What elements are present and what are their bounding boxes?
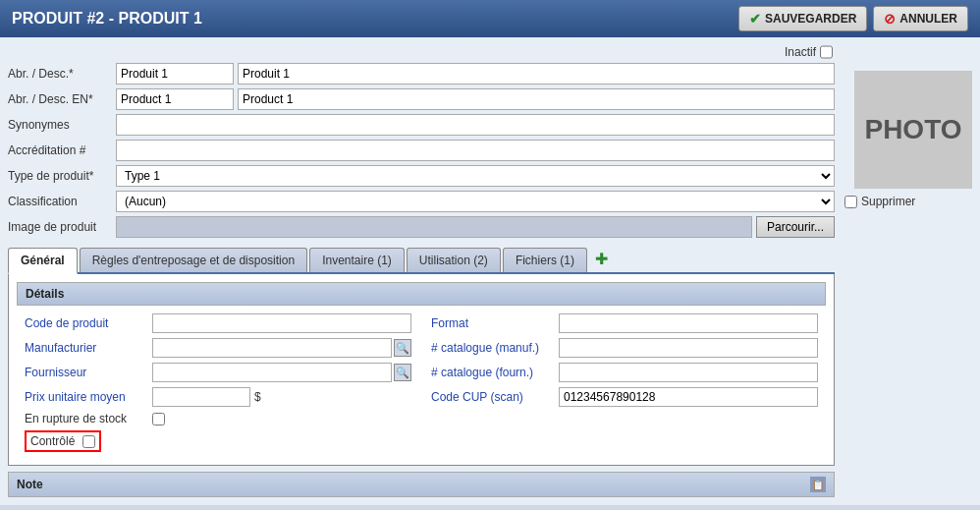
abr-desc-en-input1[interactable] — [116, 88, 234, 110]
image-label: Image de produit — [8, 220, 116, 234]
abr-desc-en-label: Abr. / Desc. EN* — [8, 92, 116, 106]
code-cup-label: Code CUP (scan) — [431, 390, 559, 404]
fournisseur-input[interactable] — [152, 363, 392, 382]
details-grid: Code de produit Manufacturier 🔍 Fourniss… — [17, 313, 826, 457]
catalogue-manuf-input[interactable] — [559, 338, 818, 358]
accreditation-input[interactable] — [116, 140, 835, 161]
prix-row: Prix unitaire moyen $ — [25, 387, 411, 407]
photo-text: PHOTO — [864, 114, 961, 145]
controle-row: Contrôlé — [25, 430, 101, 452]
rupture-row: En rupture de stock — [25, 412, 411, 425]
inactif-label: Inactif — [785, 45, 816, 59]
add-tab-button[interactable]: ✚ — [589, 246, 614, 272]
abr-desc-en-row: Abr. / Desc. EN* — [8, 88, 835, 110]
tab-inventaire[interactable]: Inventaire (1) — [309, 248, 405, 272]
app-header: PRODUIT #2 - PRODUIT 1 ✔ SAUVEGARDER ⊘ A… — [0, 0, 980, 37]
main-content: Inactif Abr. / Desc.* Abr. / Desc. EN* S… — [0, 37, 980, 505]
format-label: Format — [431, 316, 559, 330]
abr-desc-en-inputs — [116, 88, 835, 110]
cancel-button[interactable]: ⊘ ANNULER — [873, 6, 968, 31]
inactif-checkbox[interactable] — [820, 45, 833, 59]
image-row: Image de produit Parcourir... — [8, 216, 835, 238]
rupture-checkbox[interactable] — [152, 413, 165, 425]
image-bar — [116, 216, 752, 238]
controle-checkbox[interactable] — [82, 435, 95, 448]
synonymes-row: Synonymes — [8, 114, 835, 136]
note-label: Note — [17, 478, 43, 491]
photo-area: PHOTO Supprimer — [844, 45, 972, 497]
synonymes-label: Synonymes — [8, 118, 116, 132]
tabs: Général Règles d'entreposage et de dispo… — [8, 246, 835, 274]
classification-label: Classification — [8, 195, 116, 208]
manufacturier-input[interactable] — [152, 338, 392, 358]
accreditation-row: Accréditation # — [8, 140, 835, 161]
type-produit-select[interactable]: Type 1 Type 2 Type 3 — [116, 165, 835, 187]
parcourir-button[interactable]: Parcourir... — [756, 216, 835, 238]
form-area: Inactif Abr. / Desc.* Abr. / Desc. EN* S… — [8, 45, 835, 497]
fournisseur-input-group: 🔍 — [152, 363, 411, 382]
abr-desc-inputs — [116, 63, 835, 85]
prix-input[interactable] — [152, 387, 250, 407]
check-icon: ✔ — [749, 11, 761, 27]
details-header: Détails — [17, 282, 826, 306]
type-produit-label: Type de produit* — [8, 169, 116, 183]
manufacturier-row: Manufacturier 🔍 — [25, 338, 411, 358]
classification-row: Classification (Aucun) Cat A Cat B — [8, 191, 835, 212]
accreditation-label: Accréditation # — [8, 143, 116, 157]
page-title: PRODUIT #2 - PRODUIT 1 — [12, 10, 202, 28]
tab-utilisation[interactable]: Utilisation (2) — [407, 248, 501, 272]
synonymes-input[interactable] — [116, 114, 835, 136]
supprimer-row: Supprimer — [844, 195, 915, 208]
code-produit-label: Code de produit — [25, 316, 152, 330]
format-row: Format — [431, 313, 818, 333]
abr-desc-input2[interactable] — [238, 63, 835, 85]
catalogue-fourn-input[interactable] — [559, 363, 818, 382]
catalogue-manuf-label: # catalogue (manuf.) — [431, 341, 559, 355]
prix-label: Prix unitaire moyen — [25, 390, 152, 404]
details-left: Code de produit Manufacturier 🔍 Fourniss… — [25, 313, 411, 457]
cancel-icon: ⊘ — [884, 11, 896, 27]
save-button[interactable]: ✔ SAUVEGARDER — [738, 6, 867, 31]
code-cup-row: Code CUP (scan) — [431, 387, 818, 407]
abr-desc-row: Abr. / Desc.* — [8, 63, 835, 85]
catalogue-manuf-row: # catalogue (manuf.) — [431, 338, 818, 358]
supprimer-checkbox[interactable] — [844, 196, 857, 208]
abr-desc-en-input2[interactable] — [238, 88, 835, 110]
abr-desc-input1[interactable] — [116, 63, 234, 85]
supprimer-label: Supprimer — [861, 195, 915, 208]
code-produit-input[interactable] — [152, 313, 411, 333]
rupture-label: En rupture de stock — [25, 412, 152, 425]
header-buttons: ✔ SAUVEGARDER ⊘ ANNULER — [738, 6, 968, 31]
tab-general[interactable]: Général — [8, 248, 78, 274]
code-cup-input[interactable] — [559, 387, 818, 407]
tab-panel-general: Détails Code de produit Manufacturier 🔍 — [8, 274, 835, 466]
manufacturier-input-group: 🔍 — [152, 338, 411, 358]
inactif-row: Inactif — [8, 45, 835, 59]
note-icon[interactable]: 📋 — [810, 477, 826, 492]
type-produit-row: Type de produit* Type 1 Type 2 Type 3 — [8, 165, 835, 187]
prix-dollar: $ — [254, 390, 261, 404]
abr-desc-label: Abr. / Desc.* — [8, 67, 116, 81]
code-produit-row: Code de produit — [25, 313, 411, 333]
tab-fichiers[interactable]: Fichiers (1) — [503, 248, 587, 272]
catalogue-fourn-label: # catalogue (fourn.) — [431, 366, 559, 379]
cancel-label: ANNULER — [899, 12, 957, 26]
fournisseur-row: Fournisseur 🔍 — [25, 363, 411, 382]
manufacturier-label: Manufacturier — [25, 341, 152, 355]
catalogue-fourn-row: # catalogue (fourn.) — [431, 363, 818, 382]
tab-regles[interactable]: Règles d'entreposage et de disposition — [80, 248, 307, 272]
classification-select[interactable]: (Aucun) Cat A Cat B — [116, 191, 835, 212]
format-input[interactable] — [559, 313, 818, 333]
details-right: Format # catalogue (manuf.) # catalogue … — [431, 313, 818, 457]
save-label: SAUVEGARDER — [765, 12, 856, 26]
controle-label: Contrôlé — [30, 434, 75, 448]
manufacturier-search-icon[interactable]: 🔍 — [394, 339, 411, 357]
note-section: Note 📋 — [8, 472, 835, 497]
photo-box: PHOTO — [854, 71, 972, 189]
fournisseur-search-icon[interactable]: 🔍 — [394, 364, 411, 381]
fournisseur-label: Fournisseur — [25, 366, 152, 379]
